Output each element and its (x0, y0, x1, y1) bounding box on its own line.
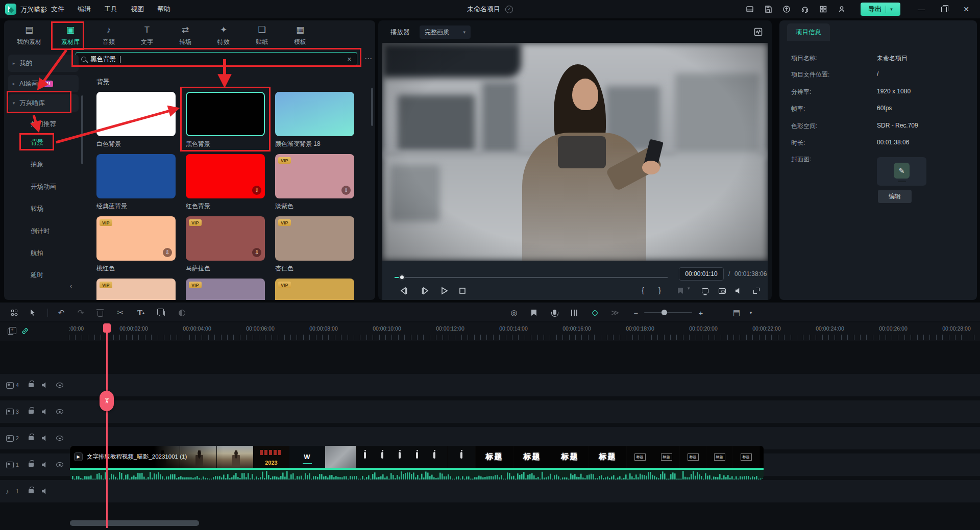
media-tab-音频[interactable]: ♪音频 (91, 24, 127, 51)
cover-image-box[interactable]: ✎ (877, 157, 926, 186)
download-icon[interactable]: ⇩ (252, 248, 261, 257)
timeline-ruler[interactable]: :00:0000:00:02:0000:00:04:0000:00:06:000… (0, 322, 980, 341)
sidebar-item-我的[interactable]: ▸我的 (8, 55, 79, 72)
performance-icon[interactable] (753, 27, 763, 36)
layout-mode-icon[interactable] (745, 5, 754, 14)
background-thumbnail[interactable]: ⇩ (186, 154, 265, 198)
search-input[interactable]: 黑色背景 ✕ (76, 52, 357, 66)
menu-4[interactable]: 视图 (131, 5, 144, 14)
background-card[interactable]: VIP (275, 279, 354, 300)
download-icon[interactable]: ⇩ (252, 186, 261, 195)
sidebar-scrollbar[interactable] (81, 95, 83, 164)
track-manager-chevron-icon[interactable]: ▾ (744, 306, 757, 319)
seek-handle[interactable] (399, 274, 405, 281)
eye-visibility-icon[interactable] (56, 462, 63, 467)
media-tab-贴纸[interactable]: ❏贴纸 (244, 24, 280, 51)
current-timecode[interactable]: 00:00:01:10 (679, 267, 724, 281)
mute-speaker-icon[interactable] (42, 409, 48, 415)
marker-icon[interactable] (527, 306, 541, 319)
timeline-zoom-slider[interactable] (644, 312, 692, 313)
sidebar-item-抽象[interactable]: 抽象 (8, 156, 79, 173)
more-options-button[interactable]: ⋯ (364, 54, 373, 63)
close-button[interactable]: ✕ (960, 3, 973, 16)
background-card-黑色背景[interactable]: 黑色背景 (186, 92, 265, 148)
background-thumbnail[interactable] (275, 92, 354, 136)
background-card-经典蓝背景[interactable]: 经典蓝背景 (96, 154, 176, 211)
timeline-zoom-handle[interactable] (662, 310, 667, 315)
mute-speaker-icon[interactable] (42, 488, 48, 494)
lock-icon[interactable] (29, 463, 34, 467)
media-tab-素材库[interactable]: ▣素材库 (53, 24, 88, 51)
background-card-颜色渐变背景 18[interactable]: 颜色渐变背景 18 (275, 92, 354, 148)
sidebar-item-热门推荐[interactable]: 热门推荐 (8, 115, 79, 133)
select-tool-icon[interactable] (26, 306, 39, 319)
mark-in-button[interactable]: { (642, 286, 644, 294)
background-thumbnail[interactable]: VIP (275, 216, 354, 261)
background-thumbnail[interactable]: VIP⇩ (275, 154, 354, 198)
menu-5[interactable]: 帮助 (157, 5, 170, 14)
sidebar-item-开场动画[interactable]: 开场动画 (8, 178, 79, 195)
quality-dropdown[interactable]: 完整画质▾ (420, 26, 471, 39)
quick-split-scissors-button[interactable]: ✂ (100, 391, 114, 411)
playhead-handle[interactable] (103, 323, 111, 333)
sidebar-item-倒计时[interactable]: 倒计时 (8, 222, 79, 240)
export-button[interactable]: 导出▾ (861, 3, 900, 16)
add-to-track-icon[interactable] (6, 327, 15, 336)
media-tab-模板[interactable]: ▦模板 (282, 24, 318, 51)
sidebar-item-背景[interactable]: 背景 (8, 134, 79, 151)
download-icon[interactable]: ⇩ (163, 248, 172, 257)
seek-bar[interactable] (395, 277, 668, 278)
eye-visibility-icon[interactable] (56, 409, 63, 414)
background-card-红色背景[interactable]: ⇩红色背景 (186, 154, 265, 211)
timeline-clip[interactable]: 2023W标题标题标题标题标题标题标题标题标题 ▶ 文字排版教程视频_喵影_20… (70, 446, 764, 479)
mirror-screen-button[interactable] (699, 285, 711, 297)
media-tab-特效[interactable]: ✦特效 (206, 24, 241, 51)
background-thumbnail[interactable] (96, 92, 176, 136)
chevron-right-icon[interactable]: ▸ (8, 81, 19, 86)
background-thumbnail[interactable]: VIP⇩ (186, 216, 265, 261)
track-manager-icon[interactable]: ▤ (730, 306, 743, 319)
apps-grid-icon[interactable] (819, 5, 828, 14)
mark-out-button[interactable]: } (658, 286, 661, 294)
audio-track-1[interactable]: ♪1 (0, 480, 980, 502)
cloud-upload-icon[interactable] (782, 5, 791, 14)
video-track-3[interactable]: 3 (0, 400, 980, 423)
timeline-horizontal-scrollbar[interactable] (70, 520, 199, 526)
mask-icon[interactable] (175, 306, 188, 319)
chevron-down-icon[interactable]: ▾ (8, 100, 19, 106)
lock-icon[interactable] (29, 436, 34, 440)
redo-icon[interactable]: ↷ (74, 306, 87, 319)
background-thumbnail[interactable]: VIP⇩ (96, 216, 176, 261)
maximize-button[interactable] (937, 3, 950, 16)
play-button[interactable] (438, 285, 450, 297)
lock-icon[interactable] (29, 489, 34, 493)
eye-visibility-icon[interactable] (56, 383, 63, 388)
marker-flag-icon[interactable] (674, 285, 687, 297)
fullscreen-button[interactable] (750, 285, 763, 297)
eye-visibility-icon[interactable] (56, 436, 63, 441)
snapshot-button[interactable] (716, 285, 728, 297)
playhead-line[interactable] (106, 323, 108, 528)
marker-chevron-icon[interactable]: ▾ (688, 286, 690, 291)
background-thumbnail[interactable] (186, 92, 265, 136)
mute-speaker-icon[interactable] (42, 382, 48, 388)
sidebar-item-AI绘画[interactable]: ▸AI绘画AI (8, 75, 79, 92)
background-thumbnail[interactable] (96, 154, 176, 198)
previous-frame-button[interactable] (398, 285, 410, 297)
sidebar-item-万兴喵库[interactable]: ▾万兴喵库 (8, 94, 79, 112)
video-track-4[interactable]: 4 (0, 374, 980, 396)
zoom-in-icon[interactable]: + (694, 306, 707, 319)
background-card[interactable]: VIP (96, 279, 176, 300)
delete-icon[interactable] (93, 306, 107, 319)
grid-scrollbar[interactable] (371, 88, 373, 126)
undo-icon[interactable]: ↶ (55, 306, 68, 319)
menu-2[interactable]: 编辑 (78, 5, 91, 14)
split-scissors-icon[interactable]: ✂ (114, 306, 127, 319)
menu-3[interactable]: 工具 (104, 5, 117, 14)
render-preview-icon[interactable]: ≫ (608, 306, 622, 319)
background-card-淡紫色[interactable]: VIP⇩淡紫色 (275, 154, 354, 211)
zoom-out-icon[interactable]: − (629, 306, 643, 319)
background-card-白色背景[interactable]: 白色背景 (96, 92, 176, 148)
background-card-杏仁色[interactable]: VIP杏仁色 (275, 216, 354, 273)
media-tab-我的素材[interactable]: ▤我的素材 (11, 24, 47, 51)
